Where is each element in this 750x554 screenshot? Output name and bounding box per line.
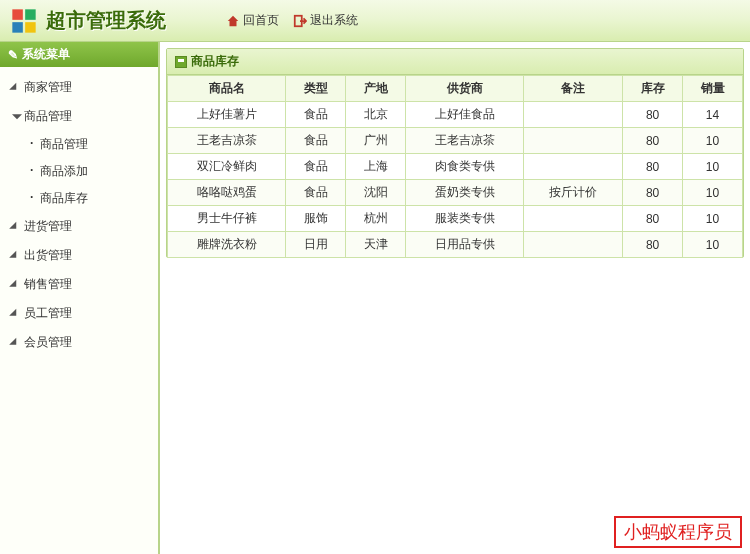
exit-link-label: 退出系统 — [310, 12, 358, 29]
panel-icon — [175, 56, 187, 68]
table-cell: 男士牛仔裤 — [168, 206, 286, 232]
table-cell: 双汇冷鲜肉 — [168, 154, 286, 180]
sidebar-item[interactable]: 进货管理 — [0, 212, 158, 241]
submenu-item[interactable]: 商品管理 — [8, 131, 158, 158]
table-cell: 食品 — [286, 180, 346, 206]
table-cell: 80 — [623, 154, 683, 180]
sidebar-item-label: 会员管理 — [24, 334, 72, 351]
table-cell: 服饰 — [286, 206, 346, 232]
top-links: 回首页 退出系统 — [226, 12, 358, 29]
submenu: 商品管理商品添加商品库存 — [0, 131, 158, 212]
svg-rect-3 — [25, 22, 35, 32]
table-cell: 上好佳薯片 — [168, 102, 286, 128]
sidebar-item-label: 商品管理 — [24, 108, 72, 125]
inventory-panel: 商品库存 商品名类型产地供货商备注库存销量 上好佳薯片食品北京上好佳食品8014… — [166, 48, 744, 258]
home-icon — [226, 14, 240, 28]
table-cell: 天津 — [346, 232, 406, 258]
inventory-table: 商品名类型产地供货商备注库存销量 上好佳薯片食品北京上好佳食品8014王老吉凉茶… — [167, 75, 743, 258]
table-cell: 10 — [683, 128, 743, 154]
table-cell: 雕牌洗衣粉 — [168, 232, 286, 258]
sidebar-item-label: 员工管理 — [24, 305, 72, 322]
exit-link[interactable]: 退出系统 — [293, 12, 358, 29]
table-cell: 10 — [683, 154, 743, 180]
table-cell: 食品 — [286, 154, 346, 180]
column-header[interactable]: 备注 — [524, 76, 623, 102]
table-cell: 王老吉凉茶 — [406, 128, 524, 154]
submenu-item[interactable]: 商品库存 — [8, 185, 158, 212]
table-cell: 肉食类专供 — [406, 154, 524, 180]
content-area: 商品库存 商品名类型产地供货商备注库存销量 上好佳薯片食品北京上好佳食品8014… — [160, 42, 750, 554]
table-cell: 日用品专供 — [406, 232, 524, 258]
table-cell: 沈阳 — [346, 180, 406, 206]
table-row[interactable]: 双汇冷鲜肉食品上海肉食类专供8010 — [168, 154, 743, 180]
app-title: 超市管理系统 — [46, 7, 166, 34]
table-cell: 日用 — [286, 232, 346, 258]
sidebar-item[interactable]: 出货管理 — [0, 241, 158, 270]
submenu-item[interactable]: 商品添加 — [8, 158, 158, 185]
sidebar-item[interactable]: 会员管理 — [0, 328, 158, 357]
sidebar-menu: 商家管理商品管理商品管理商品添加商品库存进货管理出货管理销售管理员工管理会员管理 — [0, 67, 158, 363]
sidebar-item-label: 商家管理 — [24, 79, 72, 96]
column-header[interactable]: 销量 — [683, 76, 743, 102]
table-row[interactable]: 咯咯哒鸡蛋食品沈阳蛋奶类专供按斤计价8010 — [168, 180, 743, 206]
home-link[interactable]: 回首页 — [226, 12, 279, 29]
table-cell: 服装类专供 — [406, 206, 524, 232]
sidebar-item[interactable]: 商家管理 — [0, 73, 158, 102]
table-cell: 食品 — [286, 128, 346, 154]
table-cell — [524, 128, 623, 154]
table-row[interactable]: 王老吉凉茶食品广州王老吉凉茶8010 — [168, 128, 743, 154]
svg-rect-1 — [25, 9, 35, 19]
table-row[interactable]: 雕牌洗衣粉日用天津日用品专供8010 — [168, 232, 743, 258]
column-header[interactable]: 库存 — [623, 76, 683, 102]
table-cell: 80 — [623, 180, 683, 206]
table-cell: 食品 — [286, 102, 346, 128]
table-cell: 按斤计价 — [524, 180, 623, 206]
table-cell: 80 — [623, 232, 683, 258]
sidebar-item[interactable]: 员工管理 — [0, 299, 158, 328]
home-link-label: 回首页 — [243, 12, 279, 29]
sidebar-item-label: 销售管理 — [24, 276, 72, 293]
table-cell: 80 — [623, 102, 683, 128]
app-logo-icon — [10, 7, 38, 35]
watermark: 小蚂蚁程序员 — [614, 516, 742, 548]
table-cell: 北京 — [346, 102, 406, 128]
table-row[interactable]: 男士牛仔裤服饰杭州服装类专供8010 — [168, 206, 743, 232]
sidebar-item-label: 出货管理 — [24, 247, 72, 264]
table-cell: 10 — [683, 206, 743, 232]
table-body: 上好佳薯片食品北京上好佳食品8014王老吉凉茶食品广州王老吉凉茶8010双汇冷鲜… — [168, 102, 743, 258]
table-cell — [524, 206, 623, 232]
table-cell: 上好佳食品 — [406, 102, 524, 128]
table-cell: 王老吉凉茶 — [168, 128, 286, 154]
sidebar-item-label: 进货管理 — [24, 218, 72, 235]
column-header[interactable]: 产地 — [346, 76, 406, 102]
svg-rect-2 — [12, 22, 22, 32]
exit-icon — [293, 14, 307, 28]
table-cell: 上海 — [346, 154, 406, 180]
sidebar-item[interactable]: 销售管理 — [0, 270, 158, 299]
table-cell: 广州 — [346, 128, 406, 154]
table-cell: 80 — [623, 128, 683, 154]
sidebar-title: ✎ 系统菜单 — [0, 42, 158, 67]
table-cell — [524, 154, 623, 180]
table-cell: 10 — [683, 180, 743, 206]
sidebar-item[interactable]: 商品管理 — [0, 102, 158, 131]
table-header-row: 商品名类型产地供货商备注库存销量 — [168, 76, 743, 102]
column-header[interactable]: 类型 — [286, 76, 346, 102]
table-cell — [524, 102, 623, 128]
app-header: 超市管理系统 回首页 退出系统 — [0, 0, 750, 42]
table-cell: 咯咯哒鸡蛋 — [168, 180, 286, 206]
table-cell: 蛋奶类专供 — [406, 180, 524, 206]
menu-icon: ✎ — [8, 48, 18, 62]
sidebar: ✎ 系统菜单 商家管理商品管理商品管理商品添加商品库存进货管理出货管理销售管理员… — [0, 42, 160, 554]
table-cell: 14 — [683, 102, 743, 128]
table-cell: 10 — [683, 232, 743, 258]
table-cell: 80 — [623, 206, 683, 232]
panel-title: 商品库存 — [191, 53, 239, 70]
table-row[interactable]: 上好佳薯片食品北京上好佳食品8014 — [168, 102, 743, 128]
table-cell: 杭州 — [346, 206, 406, 232]
column-header[interactable]: 供货商 — [406, 76, 524, 102]
svg-rect-0 — [12, 9, 22, 19]
column-header[interactable]: 商品名 — [168, 76, 286, 102]
table-cell — [524, 232, 623, 258]
panel-header: 商品库存 — [167, 49, 743, 75]
